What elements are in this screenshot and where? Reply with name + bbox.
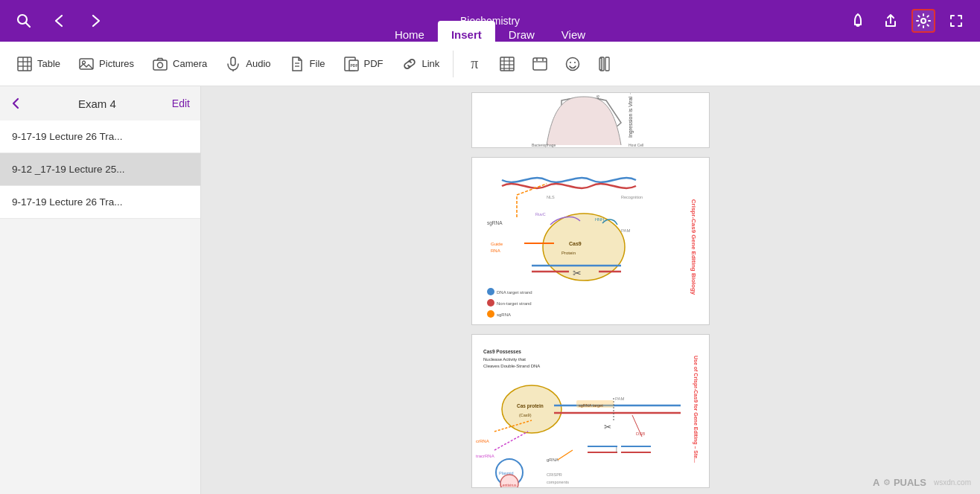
svg-point-51	[487, 288, 494, 295]
toolbar-pdf[interactable]: PDF PDF	[336, 48, 391, 80]
toolbar-emoji[interactable]	[558, 48, 588, 80]
svg-text:Protein: Protein	[561, 251, 576, 255]
title-bar-right	[846, 9, 968, 33]
svg-text:Lentivirus: Lentivirus	[500, 483, 517, 487]
svg-text:✂: ✂	[573, 267, 582, 279]
svg-point-55	[487, 310, 494, 318]
svg-text:PDF: PDF	[350, 63, 357, 68]
sidebar-edit-button[interactable]: Edit	[172, 97, 190, 109]
toolbar-file[interactable]: File	[281, 48, 333, 80]
toolbar-camera-label: Camera	[173, 58, 207, 69]
toolbar-table-label: Table	[37, 58, 60, 69]
toolbar-camera[interactable]: Camera	[144, 48, 214, 80]
page-card-1: SPF focus Ingression is Viral → Bacterio…	[471, 92, 710, 148]
svg-text:RuvC: RuvC	[535, 212, 546, 216]
sidebar: Exam 4 Edit 9-17-19 Lecture 26 Tra... 9-…	[0, 86, 201, 494]
svg-rect-11	[153, 60, 167, 70]
svg-text:DNA target strand: DNA target strand	[497, 290, 532, 295]
sidebar-item-2[interactable]: 9-12 _17-19 Lecture 25...	[0, 153, 200, 186]
tab-home[interactable]: Home	[381, 21, 438, 48]
watermark-url: wsxdn.com	[934, 478, 971, 487]
link-icon	[401, 56, 418, 72]
sidebar-header: Exam 4 Edit	[0, 86, 200, 121]
svg-text:Guide: Guide	[491, 242, 503, 246]
svg-point-66	[502, 385, 561, 433]
toolbar-audio-label: Audio	[246, 58, 270, 69]
pictures-icon	[78, 56, 95, 72]
watermark-gear: ⚙	[883, 478, 891, 487]
toolbar-audio[interactable]: Audio	[217, 48, 278, 80]
svg-line-1	[26, 23, 31, 28]
settings-icon[interactable]	[911, 9, 935, 33]
svg-rect-13	[231, 57, 235, 65]
svg-text:crRNA: crRNA	[476, 439, 489, 443]
svg-text:NLS: NLS	[547, 195, 555, 199]
svg-rect-4	[18, 57, 31, 71]
expand-icon[interactable]	[944, 9, 968, 33]
svg-text:CRISPR: CRISPR	[547, 472, 562, 477]
svg-text:Bacteriophage: Bacteriophage	[532, 143, 556, 147]
svg-text:sgRNA target: sgRNA target	[579, 403, 603, 408]
svg-text:(Cas9): (Cas9)	[519, 413, 532, 417]
sidebar-back-button[interactable]	[10, 95, 22, 112]
svg-text:✂: ✂	[604, 422, 611, 432]
svg-text:|: |	[616, 446, 617, 452]
svg-text:Non-target strand: Non-target strand	[497, 301, 532, 306]
sidebar-item-1[interactable]: 9-17-19 Lecture 26 Tra...	[0, 121, 200, 153]
tab-view[interactable]: View	[548, 21, 599, 48]
svg-text:Ingression is Viral →: Ingression is Viral →	[628, 93, 634, 138]
tab-draw[interactable]: Draw	[495, 21, 548, 48]
forward-icon[interactable]	[83, 9, 107, 33]
toolbar-divider	[453, 51, 454, 77]
share-icon[interactable]	[879, 9, 903, 33]
toolbar-stickers[interactable]	[591, 48, 620, 80]
main-area: Exam 4 Edit 9-17-19 Lecture 26 Tra... 9-…	[0, 86, 980, 494]
sidebar-item-3[interactable]: 9-17-19 Lecture 26 Tra...	[0, 186, 200, 219]
svg-text:Cas9: Cas9	[569, 241, 582, 246]
audio-icon	[225, 56, 241, 72]
svg-rect-34	[605, 57, 609, 71]
bell-icon[interactable]	[846, 9, 870, 33]
svg-rect-26	[533, 58, 547, 70]
content-area[interactable]: SPF focus Ingression is Viral → Bacterio…	[201, 86, 980, 494]
svg-point-31	[570, 62, 571, 63]
search-icon[interactable]	[12, 9, 36, 33]
title-bar: Biochemistry Home Insert Draw View	[0, 0, 980, 42]
svg-rect-35	[599, 58, 602, 70]
svg-text:Crispr-Cas9 Gene Editing Biolo: Crispr-Cas9 Gene Editing Biology	[690, 199, 697, 295]
svg-point-10	[83, 61, 86, 64]
toolbar-calendar[interactable]	[525, 48, 555, 80]
toolbar-pi[interactable]: π	[459, 48, 489, 80]
table-icon	[16, 56, 33, 72]
toolbar: Table Pictures Camera	[0, 42, 980, 86]
svg-text:Host Cell: Host Cell	[629, 143, 643, 147]
toolbar-table[interactable]: Table	[9, 48, 68, 80]
camera-icon	[152, 56, 168, 72]
watermark-logo: A	[873, 477, 880, 488]
svg-point-32	[574, 62, 576, 63]
svg-text:Recognition: Recognition	[621, 195, 643, 199]
page-card-3: Use of Crispr-Cas9 for Gene Editing – St…	[471, 334, 710, 488]
svg-text:RNA: RNA	[491, 248, 500, 253]
svg-text:HNH: HNH	[595, 217, 604, 222]
back-icon[interactable]	[48, 9, 71, 33]
toolbar-pictures[interactable]: Pictures	[71, 48, 141, 80]
file-icon	[289, 56, 305, 72]
toolbar-file-label: File	[310, 58, 325, 69]
svg-text:sgRNA: sgRNA	[487, 220, 503, 226]
pdf-icon: PDF	[343, 56, 360, 72]
svg-text:Cas9 Possesses: Cas9 Possesses	[483, 349, 521, 354]
toolbar-pdf-label: PDF	[364, 58, 384, 69]
sidebar-title: Exam 4	[78, 97, 116, 110]
watermark: A ⚙ PUALS wsxdn.com	[873, 477, 971, 488]
svg-text:Cleaves Double-Strand DNA: Cleaves Double-Strand DNA	[483, 364, 540, 368]
tab-insert[interactable]: Insert	[438, 21, 495, 48]
svg-text:components: components	[547, 480, 569, 484]
svg-text:sgRNA: sgRNA	[497, 312, 511, 317]
toolbar-link-label: Link	[422, 58, 440, 69]
svg-text:PAM: PAM	[615, 397, 625, 401]
svg-text:PAM: PAM	[621, 228, 631, 233]
toolbar-link[interactable]: Link	[394, 48, 448, 80]
svg-text:Use of Crispr-Cas9 for Gene Ed: Use of Crispr-Cas9 for Gene Editing – St…	[693, 356, 699, 463]
toolbar-spreadsheet[interactable]	[492, 48, 522, 80]
